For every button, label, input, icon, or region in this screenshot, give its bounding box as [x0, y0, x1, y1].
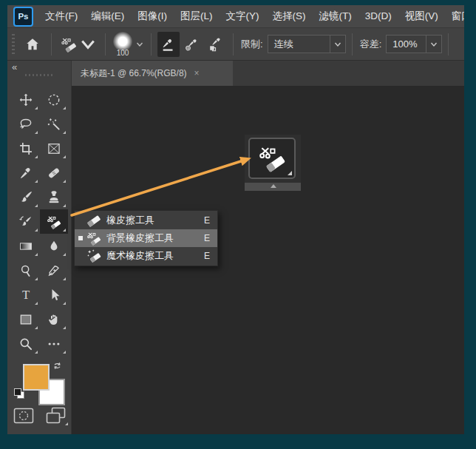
foreground-color-swatch[interactable]: [23, 364, 50, 391]
quick-mask-button[interactable]: [13, 408, 34, 424]
lasso-icon: [18, 117, 33, 132]
tool-eyedropper[interactable]: [12, 161, 40, 185]
background-eraser-icon: [61, 36, 77, 53]
rectangle-icon: [18, 312, 33, 327]
eraser-icon: [86, 213, 102, 228]
magnified-tool-button: [248, 138, 296, 179]
tool-zoom[interactable]: [12, 331, 40, 356]
flyout-item-magic-eraser[interactable]: 魔术橡皮擦工具E: [75, 247, 217, 265]
menu-item-layer[interactable]: 图层(L): [174, 5, 220, 27]
eyedropper-icon: [18, 166, 33, 180]
desktop-background: Ps 文件(F)编辑(E)图像(I)图层(L)文字(Y)选择(S)滤镜(T)3D…: [0, 0, 476, 449]
tool-marquee[interactable]: [40, 87, 68, 112]
tolerance-dropdown[interactable]: 100%: [386, 35, 442, 53]
flyout-item-eraser[interactable]: 橡皮擦工具E: [75, 212, 217, 229]
zoom-icon: [18, 337, 33, 351]
magic-wand-icon: [47, 117, 61, 132]
menu-item-3d[interactable]: 3D(D): [358, 5, 398, 27]
dodge-icon: [18, 263, 33, 278]
flyout-item-shortcut: E: [204, 215, 217, 226]
tool-brush[interactable]: [12, 185, 40, 209]
tool-pen[interactable]: [40, 258, 68, 283]
tool-history-brush[interactable]: [12, 209, 40, 234]
tool-crop[interactable]: [12, 136, 40, 161]
tool-lasso[interactable]: [12, 112, 40, 136]
flyout-item-shortcut: E: [204, 251, 217, 261]
tool-magic-wand[interactable]: [40, 112, 68, 136]
color-controls: [7, 359, 72, 403]
sampling-background-button[interactable]: [205, 32, 227, 57]
gradient-icon: [18, 239, 33, 254]
menu-items: 文件(F)编辑(E)图像(I)图层(L)文字(Y)选择(S)滤镜(T)3D(D)…: [38, 5, 464, 27]
tool-move[interactable]: [12, 87, 40, 112]
magic-eraser-icon: [86, 249, 102, 263]
menu-item-type[interactable]: 文字(Y): [220, 5, 266, 27]
tools-grid: T: [12, 87, 68, 356]
tool-healing-brush[interactable]: [40, 161, 68, 185]
background-eraser-icon: [258, 144, 286, 172]
frame-icon: [47, 141, 61, 156]
options-bar: 100 限制: 连续 容差: 100%: [7, 27, 464, 61]
tool-type[interactable]: T: [12, 283, 40, 307]
menu-bar: Ps 文件(F)编辑(E)图像(I)图层(L)文字(Y)选择(S)滤镜(T)3D…: [7, 5, 464, 27]
flyout-item-background-eraser[interactable]: 背景橡皮擦工具E: [75, 229, 217, 247]
tool-path-selection[interactable]: [40, 283, 68, 307]
tool-dodge[interactable]: [12, 258, 40, 283]
crop-icon: [18, 141, 33, 156]
sampling-buttons: [157, 32, 227, 57]
menu-item-select[interactable]: 选择(S): [266, 5, 313, 27]
limit-value: 连续: [268, 38, 330, 51]
panel-drag-handle[interactable]: [25, 74, 53, 76]
options-drag-handle[interactable]: [12, 34, 15, 55]
path-selection-icon: [47, 288, 61, 303]
sampling-once-button[interactable]: [181, 32, 203, 57]
brush-size-value: 100: [117, 50, 129, 57]
separator: [233, 33, 234, 55]
tolerance-label: 容差:: [360, 38, 382, 51]
background-eraser-icon: [86, 231, 102, 246]
tool-background-eraser[interactable]: [40, 209, 68, 234]
menu-item-filter[interactable]: 滤镜(T): [313, 5, 358, 27]
document-title: 未标题-1 @ 66.7%(RGB/8): [81, 67, 187, 80]
limit-dropdown[interactable]: 连续: [268, 35, 346, 53]
tool-gradient[interactable]: [12, 234, 40, 258]
document-tab[interactable]: 未标题-1 @ 66.7%(RGB/8) ×: [72, 61, 233, 86]
tool-hand[interactable]: [40, 307, 68, 331]
screen-mode-button[interactable]: [46, 407, 66, 424]
tool-frame[interactable]: [40, 136, 68, 161]
menu-item-view[interactable]: 视图(V): [398, 5, 445, 27]
flyout-item-label: 背景橡皮擦工具: [106, 232, 204, 245]
sampling-continuous-icon: [160, 36, 177, 53]
collapse-panel-button[interactable]: «: [12, 61, 16, 72]
home-icon[interactable]: [24, 36, 41, 53]
tool-preset-button[interactable]: [58, 35, 99, 54]
chevron-down-icon: [430, 41, 438, 48]
callout-toolbar-sliver: [245, 183, 301, 191]
menu-item-edit[interactable]: 编辑(E): [84, 5, 131, 27]
brush-picker[interactable]: 100: [113, 32, 143, 57]
sampling-continuous-button[interactable]: [157, 32, 180, 57]
separator: [352, 33, 353, 55]
close-tab-icon[interactable]: ×: [194, 68, 200, 78]
tool-clone-stamp[interactable]: [40, 185, 68, 209]
chevron-down-icon: [334, 41, 341, 48]
menu-item-image[interactable]: 图像(I): [131, 5, 174, 27]
menu-item-file[interactable]: 文件(F): [38, 5, 84, 27]
flyout-item-label: 魔术橡皮擦工具: [106, 249, 204, 263]
menu-item-window[interactable]: 窗口(W): [445, 5, 464, 27]
tool-rectangle[interactable]: [12, 307, 40, 331]
hand-icon: [47, 312, 61, 327]
tolerance-value: 100%: [387, 38, 426, 50]
swap-colors-icon[interactable]: [52, 360, 63, 371]
brush-preview: [113, 32, 132, 51]
type-icon: T: [18, 288, 33, 303]
ps-logo: Ps: [13, 7, 33, 27]
tool-edit-toolbar[interactable]: [40, 331, 68, 356]
move-icon: [18, 92, 33, 107]
background-eraser-icon: [47, 215, 61, 229]
healing-brush-icon: [47, 166, 61, 180]
marquee-icon: [47, 92, 61, 107]
tool-blur[interactable]: [40, 234, 68, 258]
flyout-item-shortcut: E: [204, 233, 217, 243]
history-brush-icon: [18, 215, 33, 229]
